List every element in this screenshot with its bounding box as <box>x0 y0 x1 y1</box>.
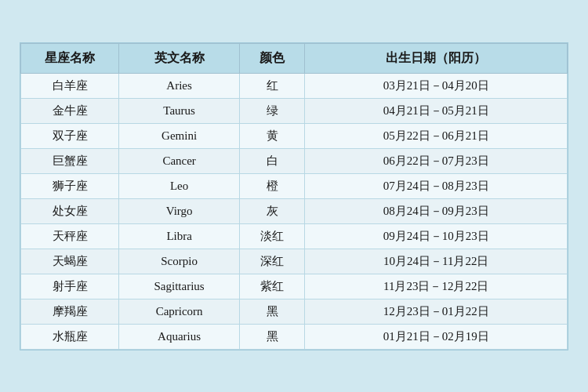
cell-chinese: 狮子座 <box>21 173 119 198</box>
table-row: 天蝎座Scorpio深红10月24日－11月22日 <box>21 249 568 274</box>
table-row: 处女座Virgo灰08月24日－09月23日 <box>21 198 568 223</box>
cell-color: 黑 <box>239 299 305 324</box>
cell-english: Capricorn <box>119 299 239 324</box>
cell-date: 04月21日－05月21日 <box>305 98 568 123</box>
cell-english: Aquarius <box>119 324 239 349</box>
table-row: 金牛座Taurus绿04月21日－05月21日 <box>21 98 568 123</box>
cell-english: Gemini <box>119 123 239 148</box>
header-chinese: 星座名称 <box>21 43 119 73</box>
cell-english: Libra <box>119 223 239 249</box>
table-row: 狮子座Leo橙07月24日－08月23日 <box>21 173 568 198</box>
table-row: 双子座Gemini黄05月22日－06月21日 <box>21 123 568 148</box>
table-row: 射手座Sagittarius紫红11月23日－12月22日 <box>21 274 568 299</box>
cell-english: Leo <box>119 173 239 198</box>
cell-chinese: 金牛座 <box>21 98 119 123</box>
cell-english: Scorpio <box>119 249 239 274</box>
cell-english: Aries <box>119 73 239 98</box>
cell-color: 红 <box>239 73 305 98</box>
cell-color: 绿 <box>239 98 305 123</box>
cell-english: Virgo <box>119 198 239 223</box>
cell-chinese: 水瓶座 <box>21 324 119 349</box>
cell-color: 深红 <box>239 249 305 274</box>
table-row: 白羊座Aries红03月21日－04月20日 <box>21 73 568 98</box>
cell-chinese: 天秤座 <box>21 223 119 249</box>
zodiac-table-container: 星座名称 英文名称 颜色 出生日期（阳历） 白羊座Aries红03月21日－04… <box>20 42 568 350</box>
table-row: 巨蟹座Cancer白06月22日－07月23日 <box>21 148 568 173</box>
cell-english: Cancer <box>119 148 239 173</box>
cell-date: 07月24日－08月23日 <box>305 173 568 198</box>
cell-color: 黄 <box>239 123 305 148</box>
cell-color: 灰 <box>239 198 305 223</box>
cell-chinese: 摩羯座 <box>21 299 119 324</box>
cell-date: 12月23日－01月22日 <box>305 299 568 324</box>
table-row: 水瓶座Aquarius黑01月21日－02月19日 <box>21 324 568 349</box>
cell-english: Sagittarius <box>119 274 239 299</box>
zodiac-table: 星座名称 英文名称 颜色 出生日期（阳历） 白羊座Aries红03月21日－04… <box>20 43 568 350</box>
cell-date: 09月24日－10月23日 <box>305 223 568 249</box>
cell-chinese: 巨蟹座 <box>21 148 119 173</box>
header-color: 颜色 <box>239 43 305 73</box>
cell-color: 黑 <box>239 324 305 349</box>
table-header-row: 星座名称 英文名称 颜色 出生日期（阳历） <box>21 43 568 73</box>
cell-chinese: 双子座 <box>21 123 119 148</box>
cell-color: 淡红 <box>239 223 305 249</box>
cell-color: 白 <box>239 148 305 173</box>
cell-chinese: 射手座 <box>21 274 119 299</box>
cell-date: 11月23日－12月22日 <box>305 274 568 299</box>
table-row: 摩羯座Capricorn黑12月23日－01月22日 <box>21 299 568 324</box>
header-date: 出生日期（阳历） <box>305 43 568 73</box>
cell-date: 08月24日－09月23日 <box>305 198 568 223</box>
cell-chinese: 处女座 <box>21 198 119 223</box>
cell-date: 06月22日－07月23日 <box>305 148 568 173</box>
cell-english: Taurus <box>119 98 239 123</box>
cell-date: 03月21日－04月20日 <box>305 73 568 98</box>
cell-chinese: 天蝎座 <box>21 249 119 274</box>
cell-color: 紫红 <box>239 274 305 299</box>
cell-chinese: 白羊座 <box>21 73 119 98</box>
cell-color: 橙 <box>239 173 305 198</box>
cell-date: 10月24日－11月22日 <box>305 249 568 274</box>
cell-date: 01月21日－02月19日 <box>305 324 568 349</box>
header-english: 英文名称 <box>119 43 239 73</box>
table-row: 天秤座Libra淡红09月24日－10月23日 <box>21 223 568 249</box>
cell-date: 05月22日－06月21日 <box>305 123 568 148</box>
